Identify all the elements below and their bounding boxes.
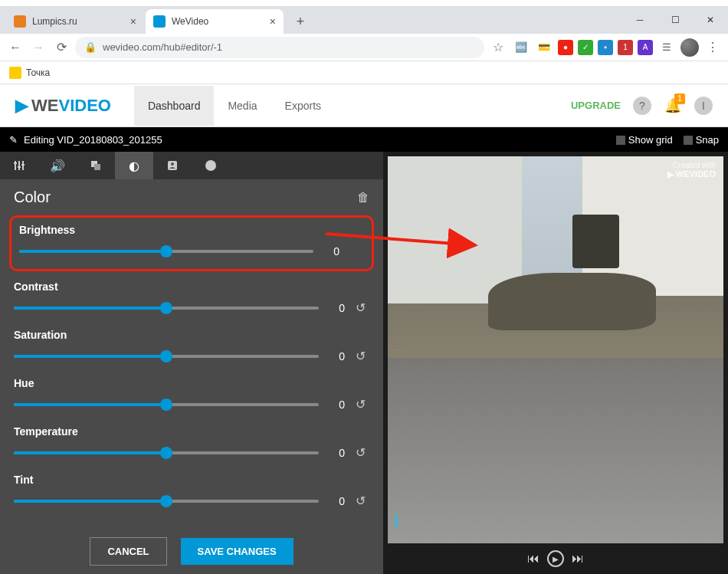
reading-list-icon[interactable]: ☰	[657, 38, 676, 57]
pencil-icon: ✎	[9, 134, 18, 146]
upgrade-link[interactable]: UPGRADE	[571, 100, 621, 111]
tab-title: Lumpics.ru	[32, 16, 124, 27]
favicon-lumpics	[14, 15, 26, 28]
tab-title: WeVideo	[172, 16, 264, 27]
bell-icon[interactable]: 🔔1	[664, 97, 682, 115]
header-right: UPGRADE ? 🔔1 I	[571, 97, 713, 115]
close-icon[interactable]: ×	[270, 15, 276, 28]
ext-icon-5[interactable]: A	[638, 40, 653, 55]
translate-icon[interactable]: 🔤	[512, 38, 530, 57]
browser-tab-wevideo[interactable]: WeVideo ×	[146, 9, 284, 34]
reset-icon[interactable]: ↺	[356, 349, 369, 363]
main-area: 🔊 ◐ Color 🗑 Brightness 0 ↺ Contrast	[0, 152, 728, 574]
tab-layers-icon[interactable]	[77, 152, 115, 179]
tab-volume-icon[interactable]: 🔊	[38, 152, 77, 179]
prev-frame-icon[interactable]: ⏮	[527, 552, 539, 566]
slider-track[interactable]	[14, 500, 319, 503]
next-frame-icon[interactable]: ⏭	[572, 552, 584, 566]
panel-drag-handle[interactable]: ⋮	[391, 345, 403, 356]
slider-thumb[interactable]	[160, 245, 172, 257]
tab-media[interactable]: Media	[214, 86, 271, 126]
bookmark-star-icon[interactable]: ☆	[489, 38, 507, 57]
slider-label: Saturation	[14, 329, 369, 341]
url-input[interactable]: 🔒 wevideo.com/hub#editor/-1	[75, 37, 484, 58]
slider-label: Brightness	[19, 224, 364, 236]
bookmark-item[interactable]: Точка	[9, 67, 50, 79]
ext-icon-1[interactable]: ●	[558, 40, 573, 55]
tab-dashboard[interactable]: Dashboard	[134, 86, 215, 126]
editor-bar: ✎ Editing VID_20180803_201255 Show grid …	[0, 127, 728, 152]
svg-rect-7	[94, 164, 100, 170]
svg-rect-3	[14, 162, 17, 164]
browser-tab-lumpics[interactable]: Lumpics.ru ×	[6, 9, 144, 34]
slider-label: Contrast	[14, 280, 369, 293]
slider-thumb[interactable]	[160, 495, 172, 507]
svg-rect-4	[18, 166, 21, 168]
cancel-button[interactable]: CANCEL	[90, 537, 166, 566]
slider-value: 0	[330, 495, 345, 507]
video-preview[interactable]: ⋮ Created with ▶ WEVIDEO	[388, 156, 723, 543]
play-button[interactable]: ▶	[547, 550, 564, 567]
svg-rect-5	[21, 164, 25, 166]
slider-track[interactable]	[14, 355, 319, 358]
close-window-button[interactable]: ✕	[693, 6, 728, 34]
reload-button[interactable]: ⟳	[52, 38, 71, 57]
slider-thumb[interactable]	[160, 399, 172, 411]
notification-badge: 1	[674, 93, 685, 104]
ext-icon-2[interactable]: ✓	[578, 40, 593, 55]
tab-exports[interactable]: Exports	[271, 86, 335, 126]
bookmark-favicon	[9, 67, 21, 79]
playhead-indicator	[395, 514, 397, 528]
slider-track[interactable]	[19, 250, 313, 253]
header-tabs: Dashboard Media Exports	[134, 86, 335, 126]
show-grid-toggle[interactable]: Show grid	[616, 134, 673, 146]
svg-point-10	[205, 160, 216, 171]
profile-avatar[interactable]	[680, 38, 699, 57]
save-button[interactable]: SAVE CHANGES	[181, 538, 293, 565]
slider-track[interactable]	[14, 307, 319, 310]
wallet-icon[interactable]: 💳	[535, 38, 553, 57]
reset-icon[interactable]: ↺	[356, 300, 369, 315]
slider-value: 0	[330, 302, 345, 314]
maximize-button[interactable]: ☐	[657, 6, 693, 34]
snap-toggle[interactable]: Snap	[684, 134, 719, 146]
slider-label: Temperature	[14, 425, 369, 438]
color-panel: Color 🗑 Brightness 0 ↺ Contrast 0 ↺	[0, 179, 383, 528]
user-avatar[interactable]: I	[694, 97, 713, 115]
panel-title: Color	[14, 189, 51, 206]
panel-tabs: 🔊 ◐	[0, 152, 383, 179]
slider-contrast: Contrast 0 ↺	[0, 274, 383, 323]
tab-info-icon[interactable]	[192, 152, 230, 179]
new-tab-button[interactable]: +	[290, 11, 311, 32]
reset-icon[interactable]: ↺	[356, 397, 369, 412]
slider-value: 0	[324, 245, 339, 257]
tab-settings-icon[interactable]	[0, 152, 38, 179]
slider-thumb[interactable]	[160, 350, 172, 362]
window-controls: ─ ☐ ✕	[622, 6, 728, 34]
slider-hue: Hue 0 ↺	[0, 371, 383, 419]
forward-button[interactable]: →	[29, 38, 48, 57]
slider-track[interactable]	[14, 451, 319, 454]
extensions: ☆ 🔤 💳 ● ✓ ▪ 1 A ☰ ⋮	[489, 38, 722, 57]
tab-color-icon[interactable]: ◐	[115, 152, 153, 179]
reset-icon[interactable]: ↺	[356, 445, 369, 460]
minimize-button[interactable]: ─	[622, 6, 657, 34]
logo-play-icon: ▶	[15, 96, 28, 116]
ext-icon-3[interactable]: ▪	[598, 40, 613, 55]
reset-icon[interactable]: ↺	[356, 494, 369, 508]
slider-temperature: Temperature 0 ↺	[0, 419, 383, 467]
help-icon[interactable]: ?	[633, 97, 651, 115]
watermark: Created with ▶ WEVIDEO	[667, 161, 716, 179]
ext-icon-4[interactable]: 1	[618, 40, 633, 55]
back-button[interactable]: ←	[6, 38, 25, 57]
slider-value: 0	[330, 447, 345, 459]
url-text: wevideo.com/hub#editor/-1	[103, 41, 222, 53]
slider-track[interactable]	[14, 403, 319, 406]
slider-thumb[interactable]	[160, 447, 172, 459]
tab-person-icon[interactable]	[153, 152, 192, 179]
trash-icon[interactable]: 🗑	[357, 191, 369, 205]
slider-thumb[interactable]	[160, 302, 172, 314]
close-icon[interactable]: ×	[130, 15, 136, 28]
browser-menu-icon[interactable]: ⋮	[703, 40, 722, 54]
wevideo-logo[interactable]: ▶ WEVIDEO	[15, 96, 111, 116]
